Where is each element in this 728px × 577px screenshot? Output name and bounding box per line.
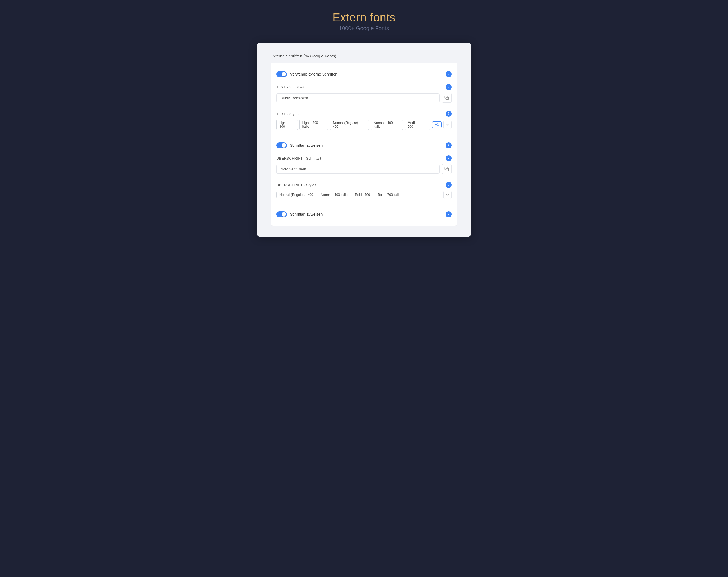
use-external-fonts-toggle[interactable] xyxy=(276,71,287,77)
text-style-tag-4[interactable]: Medium - 500 xyxy=(405,120,431,130)
page-subtitle: 1000+ Google Fonts xyxy=(332,25,396,32)
headline-schriftart-input[interactable] xyxy=(276,164,440,174)
headline-style-tag-0[interactable]: Normal (Regular) - 400 xyxy=(276,191,316,198)
text-schriftart-input-row xyxy=(276,93,452,103)
text-schriftart-input[interactable] xyxy=(276,94,440,103)
use-external-fonts-label: Verwende externe Schriften xyxy=(290,72,337,76)
headline-schriftart-label: ÜBERSCHRIFT - Schriftart xyxy=(276,156,321,160)
headline-styles-header: ÜBERSCHRIFT - Styles ? xyxy=(276,182,452,188)
headline-schriftart-header: ÜBERSCHRIFT - Schriftart ? xyxy=(276,155,452,161)
text-schriftart-copy-button[interactable] xyxy=(442,93,452,103)
text-styles-label: TEXT - Styles xyxy=(276,112,300,116)
text-styles-help[interactable]: ? xyxy=(446,111,452,117)
headline-schriftart-help[interactable]: ? xyxy=(446,155,452,161)
headline-style-tag-2[interactable]: Bold - 700 xyxy=(352,191,373,198)
headline-schriftart-copy-button[interactable] xyxy=(442,164,452,174)
text-style-tag-1[interactable]: Light - 300 italic xyxy=(300,120,328,130)
section-title: Externe Schriften (by Google Fonts) xyxy=(270,54,458,58)
headline-styles-help[interactable]: ? xyxy=(446,182,452,188)
page-header: Extern fonts 1000+ Google Fonts xyxy=(332,11,396,32)
assign-font-1-row: Schriftart zuweisen ? xyxy=(276,139,452,151)
headline-schriftart-section: ÜBERSCHRIFT - Schriftart ? xyxy=(276,151,452,178)
use-external-fonts-help[interactable]: ? xyxy=(446,71,452,77)
assign-font-1-left: Schriftart zuweisen xyxy=(276,142,322,148)
inner-card: Verwende externe Schriften ? TEXT - Schr… xyxy=(270,63,458,226)
assign-font-1-label: Schriftart zuweisen xyxy=(290,143,322,148)
svg-rect-1 xyxy=(446,168,449,171)
text-styles-header: TEXT - Styles ? xyxy=(276,111,452,117)
assign-font-2-left: Schriftart zuweisen xyxy=(276,211,322,217)
assign-font-2-help[interactable]: ? xyxy=(446,211,452,217)
use-external-fonts-left: Verwende externe Schriften xyxy=(276,71,337,77)
text-schriftart-help[interactable]: ? xyxy=(446,84,452,90)
headline-style-tag-1[interactable]: Normal - 400 italic xyxy=(318,191,350,198)
headline-style-tag-3[interactable]: Bold - 700 italic xyxy=(375,191,403,198)
main-card: Externe Schriften (by Google Fonts) Verw… xyxy=(257,43,471,237)
spacer-1 xyxy=(276,134,452,139)
text-styles-chevron[interactable] xyxy=(443,121,452,129)
headline-styles-label: ÜBERSCHRIFT - Styles xyxy=(276,183,316,187)
page-title: Extern fonts xyxy=(332,11,396,24)
text-style-tag-2[interactable]: Normal (Regular) - 400 xyxy=(330,120,369,130)
text-schriftart-label: TEXT - Schriftart xyxy=(276,85,304,89)
use-external-fonts-row: Verwende externe Schriften ? xyxy=(276,69,452,80)
text-styles-section: TEXT - Styles ? Light - 300 Light - 300 … xyxy=(276,107,452,134)
assign-font-2-toggle[interactable] xyxy=(276,211,287,217)
assign-font-1-help[interactable]: ? xyxy=(446,142,452,148)
headline-schriftart-input-row xyxy=(276,164,452,174)
text-style-tag-0[interactable]: Light - 300 xyxy=(276,120,298,130)
assign-font-1-toggle[interactable] xyxy=(276,142,287,148)
assign-font-2-label: Schriftart zuweisen xyxy=(290,212,322,216)
text-schriftart-header: TEXT - Schriftart ? xyxy=(276,84,452,90)
spacer-2 xyxy=(276,203,452,209)
headline-styles-section: ÜBERSCHRIFT - Styles ? Normal (Regular) … xyxy=(276,178,452,203)
text-style-tag-3[interactable]: Normal - 400 italic xyxy=(371,120,403,130)
svg-rect-0 xyxy=(446,97,449,100)
headline-styles-chevron[interactable] xyxy=(443,191,452,199)
text-styles-tags-row: Light - 300 Light - 300 italic Normal (R… xyxy=(276,120,452,130)
text-schriftart-section: TEXT - Schriftart ? xyxy=(276,80,452,107)
assign-font-2-row: Schriftart zuweisen ? xyxy=(276,209,452,220)
headline-styles-tags-row: Normal (Regular) - 400 Normal - 400 ital… xyxy=(276,191,452,199)
text-styles-more[interactable]: +3 xyxy=(432,122,442,128)
